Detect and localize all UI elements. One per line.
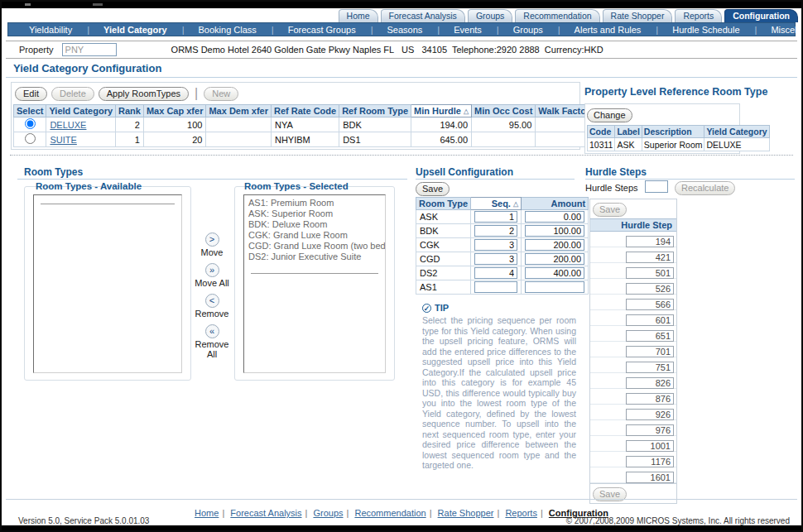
nav-groups[interactable]: Groups	[489, 25, 551, 35]
list-item[interactable]: DS2: Junior Executive Suite	[244, 252, 385, 262]
apply-roomtypes-button[interactable]: Apply RoomTypes	[99, 87, 189, 101]
tip-text: Select the pricing sequence per room typ…	[422, 315, 576, 471]
yield-category-link[interactable]: SUITE	[50, 135, 76, 145]
seq-input[interactable]	[474, 281, 517, 293]
nav-hurdle-schedule[interactable]: Hurdle Schedule	[648, 25, 747, 35]
hurdle-step-input[interactable]	[626, 456, 674, 467]
footer-link-reports[interactable]: Reports	[505, 508, 537, 518]
col-min-hurdle[interactable]: Min Hurdle△	[411, 105, 472, 117]
cell-room-type: CGD	[416, 252, 471, 266]
delete-button[interactable]: Delete	[51, 87, 94, 101]
sort-ascending-icon: △	[513, 200, 518, 208]
seq-input[interactable]	[474, 253, 517, 265]
yield-category-link[interactable]: DELUXE	[50, 120, 86, 130]
hurdle-step-input[interactable]	[626, 393, 674, 405]
amount-input[interactable]	[525, 239, 584, 251]
col-ref-rate-code[interactable]: Ref Rate Code	[271, 105, 339, 117]
tab-configuration[interactable]: Configuration	[724, 9, 798, 22]
hurdle-step-row	[590, 452, 676, 467]
footer-link-recommendation[interactable]: Recommendation	[354, 508, 426, 518]
seq-input[interactable]	[474, 267, 517, 279]
nav-yieldability[interactable]: Yieldability	[22, 25, 79, 35]
tab-rate-shopper[interactable]: Rate Shopper	[603, 9, 673, 22]
hurdle-step-input[interactable]	[626, 252, 674, 263]
amount-input[interactable]	[525, 253, 584, 265]
col-yield-category[interactable]: Yield Category	[46, 105, 116, 117]
hurdle-step-input[interactable]	[626, 409, 674, 420]
move-all-button[interactable]: »	[205, 263, 219, 277]
hurdle-step-input[interactable]	[626, 346, 674, 357]
nav-alerts-and-rules[interactable]: Alerts and Rules	[551, 25, 649, 35]
hurdle-step-input[interactable]	[626, 362, 674, 373]
section-divider	[10, 155, 793, 156]
col-min-occ-cost[interactable]: Min Occ Cost	[472, 105, 536, 117]
hurdle-steps-count-input[interactable]	[645, 180, 668, 193]
new-button[interactable]: New	[204, 87, 238, 101]
amount-input[interactable]	[525, 267, 584, 279]
remove-button[interactable]: <	[205, 294, 219, 308]
hurdle-step-input[interactable]	[626, 472, 674, 483]
nav-miscellaneous[interactable]: Miscellaneous	[748, 25, 803, 35]
yield-category-toolbar: Edit Delete Apply RoomTypes New	[13, 84, 578, 104]
col-select[interactable]: Select	[14, 105, 46, 117]
upsell-save-button[interactable]: Save	[416, 182, 450, 196]
hurdle-step-input[interactable]	[626, 314, 674, 326]
remove-all-button[interactable]: «	[205, 324, 219, 338]
hurdle-step-input[interactable]	[626, 440, 674, 452]
nav-events[interactable]: Events	[430, 25, 489, 35]
selected-room-types-listbox[interactable]: AS1: Premium Room ASK: Superior Room BDK…	[243, 194, 386, 373]
row-select-radio[interactable]	[25, 118, 36, 129]
recalculate-button[interactable]: Recalculate	[675, 181, 735, 195]
move-button[interactable]: >	[205, 232, 219, 247]
col-max-dem-xfer[interactable]: Max Dem xfer	[206, 105, 272, 117]
list-item[interactable]: ASK: Superior Room	[244, 208, 385, 219]
hurdle-step-input[interactable]	[626, 267, 674, 279]
tab-recommendation[interactable]: Recommendation	[515, 9, 599, 22]
nav-yield-category[interactable]: Yield Category	[79, 25, 174, 35]
available-room-types-listbox[interactable]	[33, 194, 182, 373]
nav-seasons[interactable]: Seasons	[363, 25, 430, 35]
list-item[interactable]: CGK: Grand Luxe Room	[244, 230, 385, 241]
list-item[interactable]: BDK: Deluxe Room	[244, 219, 385, 230]
hurdle-step-input[interactable]	[626, 299, 674, 310]
cell-room-type: CGK	[416, 238, 471, 252]
footer-link-forecast-analysis[interactable]: Forecast Analysis	[230, 508, 301, 518]
seq-input[interactable]	[474, 239, 517, 251]
cell-rank: 2	[116, 117, 144, 132]
tab-reports[interactable]: Reports	[675, 9, 722, 22]
list-item[interactable]: AS1: Premium Room	[244, 198, 385, 208]
hurdle-save-button-top[interactable]: Save	[593, 203, 627, 217]
reference-room-type-title: Property Level Reference Room Type	[584, 86, 767, 98]
footer-link-groups[interactable]: Groups	[313, 508, 343, 518]
list-item[interactable]: CGD: Grand Luxe Room (two beds)	[244, 241, 385, 252]
seq-input[interactable]	[474, 211, 517, 223]
hurdle-step-input[interactable]	[626, 377, 674, 389]
footer-link-home[interactable]: Home	[195, 508, 219, 518]
nav-booking-class[interactable]: Booking Class	[175, 25, 264, 35]
row-select-radio[interactable]	[25, 133, 36, 144]
hurdle-step-input[interactable]	[626, 330, 674, 342]
col-rank[interactable]: Rank	[116, 105, 144, 117]
property-input[interactable]	[62, 43, 117, 56]
footer-link-rate-shopper[interactable]: Rate Shopper	[438, 508, 494, 518]
hurdle-step-row	[590, 357, 676, 373]
change-button[interactable]: Change	[587, 108, 632, 122]
col-ref-room-type[interactable]: Ref Room Type	[339, 105, 411, 117]
tab-home[interactable]: Home	[339, 9, 378, 22]
amount-input[interactable]	[525, 211, 584, 223]
amount-input[interactable]	[525, 281, 584, 293]
yield-category-panel: Edit Delete Apply RoomTypes New Select Y…	[11, 82, 580, 150]
nav-forecast-groups[interactable]: Forecast Groups	[264, 25, 363, 35]
reference-table-row: 10311 ASK Superior Room DELUXE	[588, 138, 770, 151]
edit-button[interactable]: Edit	[15, 87, 47, 101]
tab-groups[interactable]: Groups	[468, 9, 512, 22]
amount-input[interactable]	[525, 225, 584, 237]
hurdle-step-input[interactable]	[626, 236, 674, 247]
tab-forecast-analysis[interactable]: Forecast Analysis	[381, 9, 465, 22]
hurdle-step-input[interactable]	[626, 424, 674, 436]
seq-input[interactable]	[474, 225, 517, 237]
col-seq[interactable]: Seq.△	[471, 198, 522, 210]
col-max-cap-xfer[interactable]: Max Cap xfer	[143, 105, 205, 117]
listbox-separator	[251, 273, 378, 274]
hurdle-step-input[interactable]	[626, 283, 674, 295]
